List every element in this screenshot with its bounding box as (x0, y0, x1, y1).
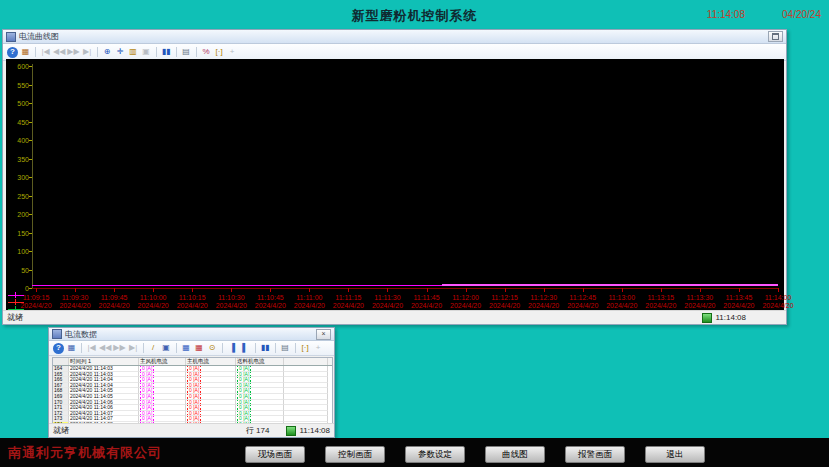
nav-first-icon[interactable]: |◀ (86, 343, 97, 354)
nav-exit[interactable]: 退出 (645, 446, 705, 463)
window-icon (52, 329, 62, 339)
x-axis-tick-label: 11:13:302024/4/20 (678, 294, 722, 310)
data-window-title: 电流数据 (65, 329, 97, 340)
x-axis-tick-label: 11:11:452024/4/20 (405, 294, 449, 310)
restore-view-icon[interactable]: ▣ (141, 47, 152, 58)
x-axis-tick (505, 288, 506, 292)
y-axis-tick (29, 270, 32, 271)
toolbar-separator (81, 343, 82, 353)
data-table[interactable]: 时间列 1主风机电流主机电流送料机电流1642024/4/20 11:14:03… (52, 357, 333, 429)
y-axis-tick (29, 85, 32, 86)
nav-last-icon[interactable]: ▶| (82, 47, 93, 58)
x-axis-tick (75, 288, 76, 292)
x-axis-tick (466, 288, 467, 292)
nav-alarm-screen[interactable]: 报警画面 (565, 446, 625, 463)
nav-prev-icon[interactable]: ◀◀ (53, 47, 65, 58)
toolbar-separator (176, 47, 177, 57)
y-axis-tick-label: 100 (7, 248, 29, 255)
top-header: 新型磨粉机控制系统 11:14:08 04/20/24 (0, 0, 829, 29)
trend-window-titlebar[interactable]: 电流曲线图 (3, 30, 786, 44)
help-icon[interactable]: ? (7, 47, 18, 58)
x-axis-tick (348, 288, 349, 292)
nav-site-screen[interactable]: 现场画面 (245, 446, 305, 463)
y-axis-tick (29, 214, 32, 215)
cursor-icon[interactable]: + (227, 47, 238, 58)
toolbar-separator (156, 47, 157, 57)
grid-red-icon[interactable]: ▦ (194, 343, 205, 354)
brackets-icon[interactable]: [·] (300, 343, 311, 354)
column-left-icon[interactable]: ▐ (227, 343, 238, 354)
data-window-titlebar[interactable]: 电流数据 × (49, 328, 334, 341)
table-setup-icon[interactable]: ▦ (66, 343, 77, 354)
brackets-icon[interactable]: [·] (214, 47, 225, 58)
nav-first-icon[interactable]: |◀ (40, 47, 51, 58)
help-icon[interactable]: ? (53, 343, 64, 354)
toolbar-separator (176, 343, 177, 353)
row-number-header (53, 358, 69, 365)
table-header-row[interactable]: 时间列 1主风机电流主机电流送料机电流 (53, 358, 332, 366)
x-axis-tick-label: 11:13:002024/4/20 (600, 294, 644, 310)
x-axis-tick-label: 11:10:302024/4/20 (209, 294, 253, 310)
edit-icon[interactable]: / (148, 343, 159, 354)
maximize-icon (772, 33, 779, 40)
trend-statusbar: 就绪 11:14:08 (3, 310, 786, 324)
status-online-icon (286, 426, 296, 436)
data-window: 电流数据 × ?▦|◀◀◀▶▶▶|/▣▦▦⊙▐▌▮▮▤[·]+ 时间列 1主风机… (48, 327, 335, 438)
status-online-icon (702, 313, 712, 323)
nav-next-icon[interactable]: ▶▶ (67, 47, 79, 58)
y-axis-tick (29, 251, 32, 252)
toolbar-separator (255, 343, 256, 353)
trend-window-title: 电流曲线图 (19, 31, 59, 42)
x-axis-tick (153, 288, 154, 292)
x-axis-tick-label: 11:10:002024/4/20 (131, 294, 175, 310)
copy-icon[interactable]: ▣ (161, 343, 172, 354)
y-axis-tick-label: 200 (7, 211, 29, 218)
nav-last-icon[interactable]: ▶| (128, 343, 139, 354)
nav-button-bar: 现场画面控制画面参数设定曲线图报警画面退出 (245, 446, 705, 463)
x-axis-tick (544, 288, 545, 292)
pause-icon[interactable]: ▮▮ (161, 47, 172, 58)
pause-icon[interactable]: ▮▮ (260, 343, 271, 354)
toolbar-separator (35, 47, 36, 57)
grid-icon[interactable]: ▦ (181, 343, 192, 354)
zoom-icon[interactable]: ⊕ (102, 47, 113, 58)
window-icon (6, 32, 16, 42)
maximize-button[interactable] (768, 31, 783, 42)
nav-control-screen[interactable]: 控制画面 (325, 446, 385, 463)
x-axis-tick (114, 288, 115, 292)
y-axis-tick (29, 177, 32, 178)
trend-status-time: 11:14:08 (715, 313, 746, 322)
axis-scale-icon[interactable]: ▥ (128, 47, 139, 58)
time-grid-icon[interactable]: ⊙ (207, 343, 218, 354)
column-header: 主机电流 (186, 358, 236, 365)
y-axis-tick-label: 400 (7, 137, 29, 144)
x-axis-line (32, 288, 778, 289)
close-button[interactable]: × (316, 329, 331, 340)
y-axis-tick (29, 140, 32, 141)
x-axis-tick-label: 11:12:302024/4/20 (522, 294, 566, 310)
x-axis-tick-label: 11:11:002024/4/20 (287, 294, 331, 310)
chart-setup-icon[interactable]: ▦ (20, 47, 31, 58)
pan-icon[interactable]: ✛ (115, 47, 126, 58)
legend-marker (8, 292, 24, 298)
column-right-icon[interactable]: ▌ (240, 343, 251, 354)
print-icon[interactable]: ▤ (280, 343, 291, 354)
column-header: 送料机电流 (236, 358, 284, 365)
y-axis-tick-label: 250 (7, 193, 29, 200)
nav-prev-icon[interactable]: ◀◀ (99, 343, 111, 354)
x-axis-tick-label: 11:10:152024/4/20 (170, 294, 214, 310)
company-name: 南通利元亨机械有限公司 (8, 444, 162, 462)
y-axis-tick-label: 300 (7, 174, 29, 181)
nav-next-icon[interactable]: ▶▶ (113, 343, 125, 354)
print-icon[interactable]: ▤ (181, 47, 192, 58)
cursor-icon[interactable]: + (313, 343, 324, 354)
percent-icon[interactable]: % (201, 47, 212, 58)
nav-parameter-settings[interactable]: 参数设定 (405, 446, 465, 463)
y-axis-line (32, 64, 33, 288)
chart-area[interactable]: 60055050045040035030025020015010050011:0… (6, 59, 784, 312)
x-axis-tick-label: 11:14:002024/4/20 (756, 294, 800, 310)
column-header: 主风机电流 (139, 358, 186, 365)
x-axis-tick (583, 288, 584, 292)
y-axis-tick-label: 350 (7, 156, 29, 163)
nav-curve-chart[interactable]: 曲线图 (485, 446, 545, 463)
